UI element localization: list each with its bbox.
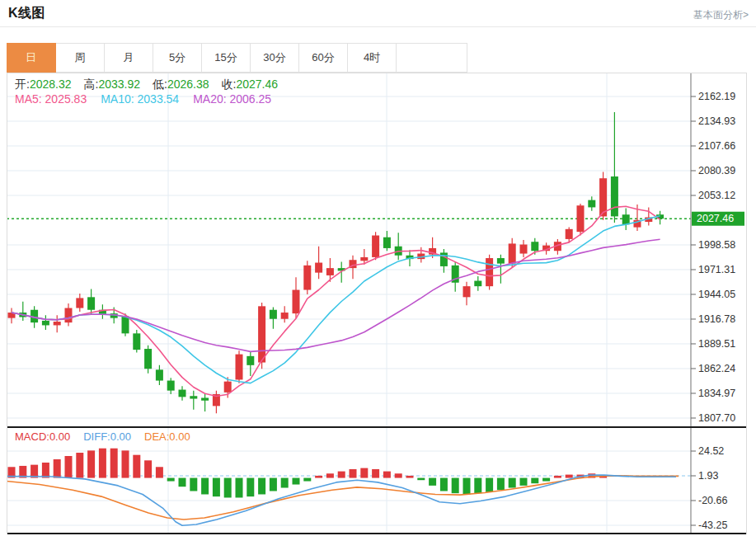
axis-tick-label: 1.93 [698,470,718,482]
tab-15min[interactable]: 15分 [202,44,251,72]
candle-body [463,286,471,297]
tab-60min[interactable]: 60分 [299,44,348,72]
macd-bar [42,463,49,478]
candle-body [133,333,140,350]
candle-body [303,266,311,290]
macd-bar [190,478,197,491]
axis-tick-label: 24.52 [698,445,724,457]
macd-bar [270,478,277,491]
candle-body [156,369,163,380]
macd-bar [258,478,265,495]
axis-tick-label: 2134.93 [698,115,735,127]
candle-body [474,281,481,287]
candle-body [54,322,61,325]
macd-bar [54,459,61,478]
macd-bar [497,478,505,491]
macd-bar [303,478,311,482]
tab-week[interactable]: 周 [56,44,105,72]
axis-tick-label: 1998.58 [698,239,735,251]
candle-body [360,257,368,261]
kline-widget: K线图 基本面分析> 日 周 月 5分 15分 30分 60分 4时 2162.… [0,0,756,536]
candle-body [42,321,49,326]
axis-tick-label: -43.25 [698,520,727,531]
candle-body [87,297,95,309]
ma10-line [12,216,660,383]
axis-tick-label: 2080.39 [698,165,735,176]
macd-bar [429,478,436,486]
candle-body [76,298,83,308]
macd-bar [213,478,220,497]
macd-bar [531,478,538,484]
header: K线图 基本面分析> [0,0,756,27]
macd-bar [440,478,448,491]
tab-30min[interactable]: 30分 [251,44,299,72]
candle-body [122,316,129,333]
axis-tick-label: 1916.78 [698,313,735,325]
macd-bar [452,478,459,494]
macd-bar [144,460,152,477]
macd-bar [406,476,414,478]
candle-body [486,258,493,286]
candle-body [167,381,175,391]
candle-body [65,308,73,323]
macd-bar [486,478,493,492]
tab-day[interactable]: 日 [7,43,56,73]
candle-body [577,205,585,232]
macd-bar [360,468,368,478]
macd-bar [383,472,391,478]
candle-body [497,258,505,264]
candle-body [281,313,289,319]
macd-bar [224,478,232,498]
tabbar-filler [397,44,467,72]
candle-body [190,396,197,398]
macd-bar [156,467,163,477]
macd-bar [99,449,106,478]
candle-body [326,268,334,275]
macd-bar [87,450,95,477]
candle-body [566,229,573,239]
candle-body [588,200,595,208]
price-axis-labels: 2162.192134.932107.662080.392053.121998.… [691,91,735,424]
macd-bar [474,478,481,494]
candle-body [520,245,528,254]
axis-tick-label: 2107.66 [698,140,735,152]
macd-bar [554,476,561,478]
macd-bar [76,453,83,478]
macd-chart-svg[interactable]: 24.521.93-20.66-43.25 [7,426,747,534]
macd-bar [509,478,516,488]
macd-bar [566,475,573,478]
axis-tick-label: 1944.05 [698,289,735,300]
ma5-line [12,206,660,396]
candle-body [144,349,152,369]
macd-bar [338,472,345,478]
axis-tick-label: 1807.70 [698,412,735,424]
candle-body [224,382,232,393]
price-gridlines [7,73,691,426]
macd-bar [293,478,300,485]
candle-body [258,306,265,362]
macd-axis-labels: 24.521.93-20.66-43.25 [691,445,727,531]
macd-bar [395,473,402,477]
tab-5min[interactable]: 5分 [153,44,202,72]
tab-month[interactable]: 月 [105,44,153,72]
macd-bar [326,473,334,477]
axis-tick-label: -20.66 [698,495,727,506]
fundamental-analysis-link[interactable]: 基本面分析> [693,8,749,22]
macd-bar [65,456,73,478]
macd-bar [236,478,243,498]
candle-body [315,263,322,273]
candle-body [179,390,186,397]
candle-body [611,176,618,216]
current-price-label: 2027.46 [697,213,734,224]
candle-body [293,290,300,314]
candle-body [236,355,243,380]
timeframe-tabs: 日 周 月 5分 15分 30分 60分 4时 [7,43,467,73]
macd-bar [542,478,550,482]
candle-body [622,214,630,224]
macd-bar [417,478,425,481]
axis-tick-label: 1862.24 [698,363,735,374]
macd-bar [110,449,118,478]
main-chart-svg[interactable]: 2162.192134.932107.662080.392053.121998.… [7,73,747,426]
tab-4hour[interactable]: 4时 [348,44,397,72]
macd-bar [167,478,175,482]
